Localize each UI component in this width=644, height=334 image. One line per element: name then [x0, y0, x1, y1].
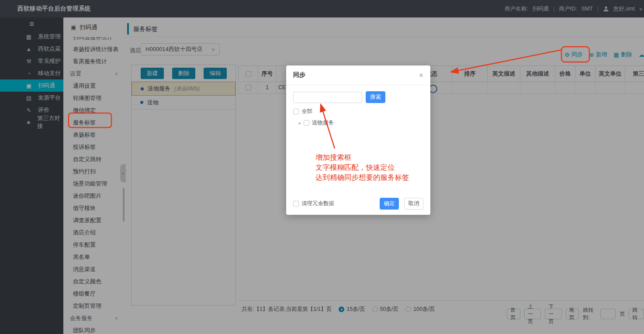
- cancel-button[interactable]: 取消: [404, 198, 423, 210]
- sync-search-input[interactable]: [293, 92, 362, 103]
- tree-node[interactable]: ▸送物服务: [293, 119, 423, 127]
- close-icon[interactable]: ×: [419, 72, 423, 79]
- cleanup-checkbox[interactable]: [293, 201, 299, 207]
- modal-title: 同步: [293, 71, 305, 79]
- select-all-checkbox[interactable]: [293, 109, 299, 114]
- confirm-button[interactable]: 确定: [380, 198, 399, 210]
- search-button[interactable]: 搜索: [366, 91, 385, 103]
- tree-node-label: 送物服务: [312, 119, 334, 127]
- caret-right-icon[interactable]: ▸: [299, 121, 301, 125]
- select-all-label: 全部: [301, 108, 312, 115]
- sync-modal: 同步 × 搜索 全部 ▸送物服务 清理冗余数据 确定 取消: [286, 65, 430, 215]
- cleanup-label: 清理冗余数据: [301, 200, 334, 207]
- tree-node-checkbox[interactable]: [304, 120, 309, 126]
- page: 西软移动平台后台管理系统 商户名称: 扫码通 | 商户ID: SMT | 您好,…: [0, 0, 644, 334]
- modal-footer: 清理冗余数据 确定 取消: [293, 198, 423, 210]
- modal-header: 同步 ×: [286, 65, 430, 85]
- modal-body: 搜索 全部 ▸送物服务: [286, 85, 430, 127]
